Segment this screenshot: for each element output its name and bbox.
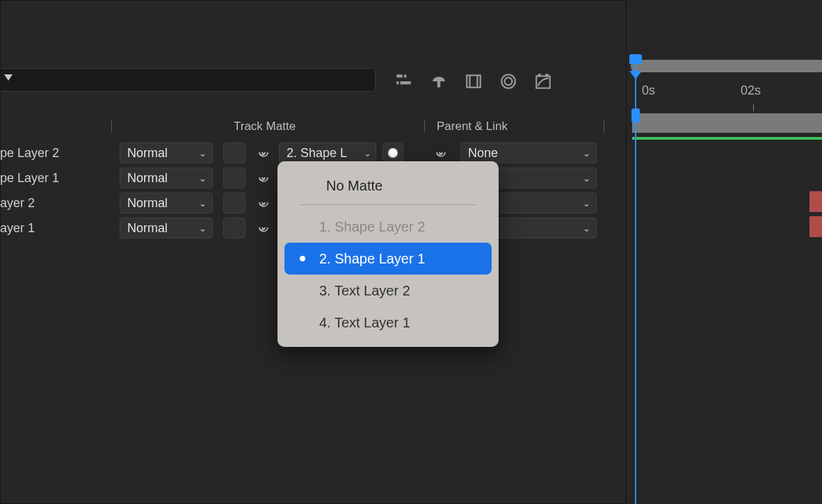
chevron-down-icon: ⌄ xyxy=(583,173,590,184)
parent-pickwhip-icon[interactable] xyxy=(433,144,451,162)
svg-marker-0 xyxy=(4,74,13,81)
svg-rect-5 xyxy=(437,81,440,88)
svg-rect-6 xyxy=(467,75,481,87)
track-matte-swatch[interactable] xyxy=(223,143,245,163)
matte-option[interactable]: 2. Shape Layer 1 xyxy=(284,243,492,275)
parent-value: None xyxy=(468,146,498,161)
switches-icon[interactable] xyxy=(395,72,413,90)
playhead-head-icon xyxy=(629,54,642,64)
svg-rect-4 xyxy=(401,81,411,84)
svg-rect-3 xyxy=(396,81,398,84)
playhead-knob-icon xyxy=(631,108,640,122)
selected-dot-icon xyxy=(300,256,305,261)
chevron-down-icon: ⌄ xyxy=(199,148,207,158)
time-ruler[interactable]: 0s 02s xyxy=(627,79,822,111)
graph-editor-icon[interactable] xyxy=(534,72,552,90)
matte-pickwhip-icon[interactable] xyxy=(255,194,273,212)
track-matte-swatch[interactable] xyxy=(223,193,245,213)
render-queue-icon[interactable] xyxy=(465,72,483,90)
matte-option-none[interactable]: No Matte xyxy=(284,170,492,202)
cached-preview-bar xyxy=(632,137,822,140)
chevron-down-icon: ⌄ xyxy=(199,173,207,184)
blend-mode-dropdown[interactable]: Normal ⌄ xyxy=(120,168,213,188)
parent-dropdown[interactable]: None ⌄ xyxy=(460,143,597,163)
matte-pickwhip-icon[interactable] xyxy=(255,169,273,187)
track-matte-header: Track Matte xyxy=(234,120,296,133)
parent-link-header: Parent & Link xyxy=(437,120,508,133)
chevron-down-icon: ⌄ xyxy=(199,223,207,234)
chevron-down-icon: ⌄ xyxy=(199,198,207,209)
svg-rect-2 xyxy=(404,74,406,77)
blend-mode-dropdown[interactable]: Normal ⌄ xyxy=(120,218,213,238)
time-tick-label: 02s xyxy=(741,83,761,98)
motion-blur-icon[interactable] xyxy=(499,72,517,90)
blend-mode-value: Normal xyxy=(127,221,168,236)
timeline-panel: Track Matte Parent & Link pe Layer 2 Nor… xyxy=(0,0,822,504)
svg-point-9 xyxy=(501,74,515,88)
dropdown-arrow-icon xyxy=(3,72,14,86)
matte-pickwhip-icon[interactable] xyxy=(255,144,273,162)
work-area-bar[interactable] xyxy=(632,113,822,133)
blend-mode-dropdown[interactable]: Normal ⌄ xyxy=(120,193,213,213)
blend-mode-value: Normal xyxy=(127,146,168,161)
track-matte-swatch[interactable] xyxy=(223,218,245,238)
matte-option-label: 3. Text Layer 2 xyxy=(319,283,410,299)
matte-option: 1. Shape Layer 2 xyxy=(284,211,492,243)
matte-option[interactable]: 3. Text Layer 2 xyxy=(284,275,492,307)
layer-bar[interactable] xyxy=(809,216,822,237)
layer-name: pe Layer 1 xyxy=(0,171,90,186)
layer-name: ayer 2 xyxy=(0,196,90,211)
layer-name: ayer 1 xyxy=(0,221,90,236)
svg-rect-13 xyxy=(545,74,548,76)
track-matte-dropdown[interactable]: 2. Shape L ⌄ xyxy=(279,143,376,163)
svg-rect-7 xyxy=(469,75,471,87)
timeline-area[interactable]: 0s 02s xyxy=(626,0,822,504)
chevron-down-icon: ⌄ xyxy=(583,198,590,209)
matte-option-label: 1. Shape Layer 2 xyxy=(319,219,425,235)
chevron-down-icon: ⌄ xyxy=(364,148,371,158)
svg-point-10 xyxy=(505,78,513,86)
mushroom-icon[interactable] xyxy=(430,72,448,90)
timeline-scrollbar[interactable] xyxy=(631,60,822,72)
matte-option-label: 4. Text Layer 1 xyxy=(319,315,410,331)
matte-option-label: No Matte xyxy=(326,178,382,194)
alpha-matte-icon xyxy=(388,148,398,158)
playhead[interactable] xyxy=(635,56,636,504)
layer-search-input[interactable] xyxy=(0,68,376,92)
track-matte-swatch[interactable] xyxy=(223,168,245,188)
matte-pickwhip-icon[interactable] xyxy=(255,219,273,237)
svg-rect-1 xyxy=(396,74,403,77)
panel-toolbar xyxy=(395,72,552,90)
chevron-down-icon: ⌄ xyxy=(583,148,590,158)
svg-rect-8 xyxy=(476,75,478,87)
blend-mode-value: Normal xyxy=(127,171,168,186)
track-matte-popup[interactable]: No Matte 1. Shape Layer 2 2. Shape Layer… xyxy=(277,161,499,347)
blend-mode-dropdown[interactable]: Normal ⌄ xyxy=(120,143,213,163)
matte-type-toggle[interactable] xyxy=(382,143,403,163)
svg-rect-12 xyxy=(538,74,540,76)
blend-mode-value: Normal xyxy=(127,196,168,211)
chevron-down-icon: ⌄ xyxy=(583,223,590,234)
playhead-triangle-icon xyxy=(629,71,642,79)
layer-name: pe Layer 2 xyxy=(0,146,90,161)
track-matte-value: 2. Shape L xyxy=(287,146,347,161)
layer-bar[interactable] xyxy=(809,191,822,212)
matte-option[interactable]: 4. Text Layer 1 xyxy=(284,307,492,339)
matte-option-label: 2. Shape Layer 1 xyxy=(319,251,425,267)
popup-separator xyxy=(300,204,476,205)
time-tick-label: 0s xyxy=(642,83,655,98)
